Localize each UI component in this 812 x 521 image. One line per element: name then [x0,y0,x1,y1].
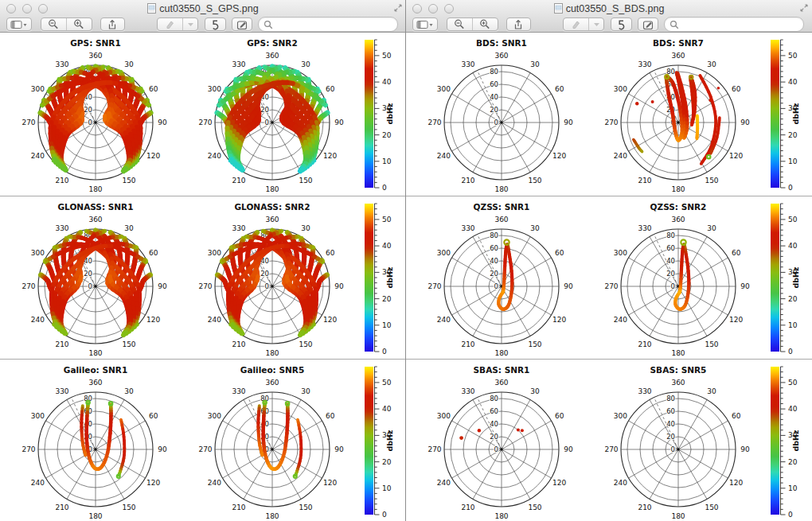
fullscreen-icon[interactable] [800,4,808,12]
svg-text:30: 30 [707,224,716,232]
svg-text:240: 240 [437,316,451,324]
svg-text:40: 40 [788,242,798,250]
svg-text:60: 60 [490,80,498,88]
zoom-out-button[interactable] [447,18,472,30]
svg-text:0: 0 [265,282,269,290]
svg-text:40: 40 [666,420,675,428]
plot-title: Galileo: SNR5 [240,365,304,375]
plot-title: SBAS: SNR1 [474,365,530,375]
svg-text:80: 80 [666,231,675,239]
plot-title: QZSS: SNR1 [474,202,530,212]
search-field[interactable] [664,17,804,32]
svg-text:80: 80 [490,68,498,76]
share-button[interactable] [506,17,532,31]
search-field[interactable] [258,17,398,32]
markup-toolbar-button[interactable] [638,17,658,31]
svg-text:60: 60 [666,407,675,415]
svg-text:210: 210 [461,177,474,185]
markup-toolbar-button[interactable] [232,17,252,31]
plot-title: GLONASS: SNR1 [57,202,133,212]
colorbar: 01020304050dbHz [771,367,800,519]
titlebar[interactable]: cut03550_S_GPS.png [0,0,406,17]
svg-text:40: 40 [490,420,498,428]
svg-text:210: 210 [461,340,474,348]
annotate-button[interactable] [158,18,182,30]
svg-text:360: 360 [494,216,508,224]
svg-text:210: 210 [232,340,245,348]
share-button[interactable] [100,17,126,31]
svg-text:20: 20 [260,106,269,114]
svg-text:240: 240 [614,152,627,160]
rotate-left-button[interactable] [611,17,631,31]
svg-text:270: 270 [427,445,441,453]
colorbar: 01020304050dbHz [771,40,800,192]
view-menu-button[interactable] [6,17,32,31]
svg-text:360: 360 [494,379,508,387]
svg-text:210: 210 [55,340,68,348]
zoom-out-icon [48,19,60,29]
sidebar-icon [416,20,434,29]
svg-text:50: 50 [788,52,798,60]
chevron-down-icon [187,22,194,27]
svg-text:0: 0 [382,184,387,192]
svg-text:210: 210 [55,504,68,511]
svg-text:0: 0 [788,511,793,519]
view-menu-button[interactable] [412,17,438,31]
close-button[interactable] [6,4,16,14]
annotate-menu-button[interactable] [182,18,197,30]
zoom-in-button[interactable] [472,18,498,30]
search-input[interactable] [276,18,392,31]
svg-text:30: 30 [301,387,310,395]
zoom-out-button[interactable] [41,18,66,30]
rotate-left-button[interactable] [205,17,225,31]
svg-text:40: 40 [382,78,392,86]
zoom-in-button[interactable] [66,18,92,30]
svg-text:270: 270 [21,282,35,290]
svg-text:50: 50 [382,52,392,60]
search-input[interactable] [682,18,798,31]
svg-text:210: 210 [461,504,474,511]
svg-text:90: 90 [564,445,573,453]
svg-text:0: 0 [494,445,498,453]
close-button[interactable] [412,4,422,14]
svg-text:330: 330 [638,387,651,395]
annotate-menu-button[interactable] [588,18,603,30]
svg-text:60: 60 [326,412,335,420]
traffic-lights [6,4,48,14]
svg-text:40: 40 [788,78,798,86]
svg-text:30: 30 [124,224,134,232]
minimize-button[interactable] [22,4,32,14]
document-icon [147,3,156,14]
svg-text:120: 120 [146,316,160,324]
image-panel-row: 3603060901201501802102402703003300204060… [406,33,812,196]
svg-text:120: 120 [729,152,743,160]
titlebar[interactable]: cut03550_S_BDS.png [406,0,812,17]
zoom-window-button[interactable] [38,4,48,14]
annotate-button[interactable] [564,18,588,30]
svg-text:360: 360 [494,52,508,60]
svg-text:150: 150 [705,504,718,511]
svg-text:60: 60 [326,249,335,257]
svg-text:270: 270 [604,282,618,290]
svg-text:60: 60 [149,412,158,420]
svg-text:90: 90 [158,119,167,126]
minimize-button[interactable] [428,4,438,14]
elevation-labels: 020406080 [666,231,675,290]
zoom-window-button[interactable] [444,4,454,14]
elevation-labels: 020406080 [666,395,675,453]
plot-title: GPS: SNR2 [247,38,297,48]
svg-text:20: 20 [788,458,798,466]
window-title: cut03550_S_BDS.png [566,3,665,14]
svg-text:60: 60 [732,412,741,420]
svg-text:270: 270 [198,119,212,126]
svg-text:60: 60 [490,244,498,252]
svg-text:240: 240 [31,479,45,487]
svg-text:360: 360 [88,52,102,60]
colorbar-label: dbHz [791,103,800,125]
svg-text:60: 60 [555,412,564,420]
skyplot-galileo-snr5: 3603060901201501802102402703003300204060… [198,365,344,520]
svg-text:0: 0 [88,119,92,126]
fullscreen-icon[interactable] [394,4,402,12]
image-panel-row: 3603060901201501802102402703003300204060… [406,196,812,359]
elevation-labels: 020406080 [490,395,498,453]
